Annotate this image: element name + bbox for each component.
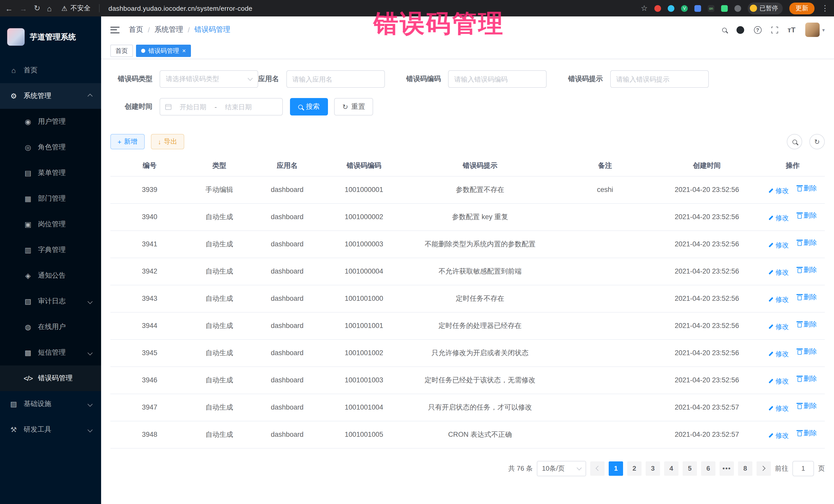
github-icon[interactable]	[736, 26, 744, 34]
reload-button[interactable]: ↻	[34, 4, 40, 13]
errcode-msg-input[interactable]	[616, 75, 702, 83]
app-name-input[interactable]	[292, 75, 378, 83]
col-code: 错误码编码	[325, 155, 403, 176]
sidebar-item-role[interactable]: ◎ 角色管理	[0, 134, 101, 160]
delete-link[interactable]: 删除	[797, 238, 817, 248]
edit-link[interactable]: 修改	[768, 431, 789, 440]
address-url[interactable]: dashboard.yudao.iocoder.cn/system/error-…	[109, 4, 253, 12]
delete-link[interactable]: 删除	[797, 293, 817, 302]
help-icon[interactable]: ?	[754, 26, 761, 34]
bookmark-star-icon[interactable]: ☆	[641, 4, 648, 13]
sidebar-item-dict[interactable]: ▥ 字典管理	[0, 237, 101, 263]
browser-update-button[interactable]: 更新	[789, 2, 814, 14]
sidebar-item-devtool[interactable]: ⚒ 研发工具	[0, 417, 101, 442]
security-indicator[interactable]: ⚠ 不安全	[58, 4, 90, 13]
delete-link[interactable]: 删除	[797, 429, 817, 438]
prev-page-button[interactable]	[590, 461, 605, 476]
show-search-button[interactable]	[787, 134, 802, 149]
search-icon[interactable]	[722, 27, 726, 32]
errcode-code-input[interactable]	[454, 75, 541, 83]
date-range-picker[interactable]: -	[160, 98, 283, 115]
edit-link[interactable]: 修改	[768, 213, 789, 222]
extension-icon-green[interactable]	[721, 5, 728, 12]
fullscreen-icon[interactable]	[771, 26, 778, 33]
next-page-button[interactable]	[756, 461, 771, 476]
extension-icon-teal[interactable]	[668, 5, 674, 12]
app-logo-row[interactable]: 芋道管理系统	[0, 17, 101, 58]
sidebar-item-system[interactable]: ⚙ 系统管理	[0, 83, 101, 109]
goto-page-input[interactable]	[792, 461, 814, 476]
sidebar-item-notice[interactable]: ◈ 通知公告	[0, 263, 101, 288]
cell-type: 自动生成	[189, 394, 250, 421]
page-button[interactable]: 1	[609, 461, 623, 476]
back-button[interactable]: ←	[5, 4, 13, 13]
edit-link[interactable]: 修改	[768, 295, 789, 304]
extension-icon-on-badge[interactable]: on	[708, 5, 715, 12]
tab-home[interactable]: 首页	[110, 45, 133, 57]
edit-link[interactable]: 修改	[768, 404, 789, 413]
edit-icon	[769, 433, 773, 438]
sidebar-item-user[interactable]: ◉ 用户管理	[0, 109, 101, 134]
add-button[interactable]: + 新增	[110, 134, 145, 149]
font-size-icon[interactable]: тT	[788, 26, 795, 34]
trash-icon	[797, 323, 802, 327]
search-button[interactable]: 搜索	[290, 98, 328, 115]
sidebar-item-dept[interactable]: ▦ 部门管理	[0, 186, 101, 212]
errcode-type-label: 错误码类型	[110, 74, 152, 84]
browser-menu-icon[interactable]: ⋮	[821, 4, 829, 13]
close-icon[interactable]: ×	[182, 48, 186, 54]
paused-extension-badge[interactable]: 已暂停	[748, 2, 783, 14]
edit-link[interactable]: 修改	[768, 376, 789, 386]
forward-button[interactable]: →	[20, 4, 27, 13]
breadcrumb-home[interactable]: 首页	[129, 25, 143, 35]
sidebar-collapse-button[interactable]	[110, 26, 119, 33]
sidebar-item-errcode[interactable]: </> 错误码管理	[0, 366, 101, 391]
page-button[interactable]: 2	[627, 461, 641, 476]
page-button[interactable]: 5	[683, 461, 697, 476]
end-date-input[interactable]	[220, 103, 256, 111]
cell-id: 3948	[110, 421, 189, 448]
extension-icon-green-v[interactable]: V	[681, 5, 688, 12]
sidebar-item-infra[interactable]: ▨ 基础设施	[0, 391, 101, 417]
delete-link[interactable]: 删除	[797, 374, 817, 384]
errcode-type-select[interactable]: 请选择错误码类型	[160, 70, 258, 88]
edit-link[interactable]: 修改	[768, 240, 789, 250]
edit-link[interactable]: 修改	[768, 322, 789, 331]
extension-icon-grid[interactable]	[695, 5, 701, 12]
delete-link[interactable]: 删除	[797, 266, 817, 275]
sidebar-item-label: 部门管理	[38, 194, 66, 203]
delete-link[interactable]: 删除	[797, 320, 817, 329]
page-button[interactable]: 4	[664, 461, 679, 476]
page-button[interactable]: 6	[701, 461, 716, 476]
sidebar-item-audit[interactable]: ▧ 审计日志	[0, 288, 101, 314]
page-button[interactable]: 8	[738, 461, 752, 476]
page-button[interactable]: 3	[646, 461, 660, 476]
breadcrumb-system[interactable]: 系统管理	[154, 25, 183, 35]
refresh-button[interactable]: ↻	[809, 134, 825, 149]
export-button[interactable]: ↓ 导出	[151, 134, 184, 149]
page-size-select[interactable]: 10条/页	[537, 461, 586, 476]
extension-icon-red[interactable]	[654, 5, 661, 12]
sidebar-item-online[interactable]: ◍ 在线用户	[0, 314, 101, 340]
delete-link[interactable]: 删除	[797, 211, 817, 220]
page-ellipsis[interactable]: •••	[720, 461, 734, 476]
delete-link[interactable]: 删除	[797, 347, 817, 356]
edit-link[interactable]: 修改	[768, 268, 789, 277]
sidebar-item-sms[interactable]: ▩ 短信管理	[0, 340, 101, 366]
delete-link[interactable]: 删除	[797, 184, 817, 193]
extension-icon-puzzle[interactable]	[734, 5, 741, 12]
user-menu[interactable]: ▾	[805, 23, 825, 37]
home-button[interactable]: ⌂	[47, 4, 51, 13]
edit-link[interactable]: 修改	[768, 349, 789, 358]
cell-time: 2021-04-20 23:52:56	[653, 176, 761, 203]
errcode-code-label: 错误码编码	[406, 74, 441, 84]
delete-link[interactable]: 删除	[797, 401, 817, 411]
sidebar-item-home[interactable]: ⌂ 首页	[0, 58, 101, 83]
sidebar-item-label: 用户管理	[38, 117, 66, 126]
sidebar-item-post[interactable]: ▣ 岗位管理	[0, 212, 101, 237]
edit-link[interactable]: 修改	[768, 186, 789, 195]
start-date-input[interactable]	[175, 103, 211, 111]
sidebar-item-menu[interactable]: ▤ 菜单管理	[0, 160, 101, 186]
reset-button[interactable]: ↻ 重置	[334, 98, 373, 115]
tab-errcode[interactable]: 错误码管理 ×	[136, 45, 191, 57]
